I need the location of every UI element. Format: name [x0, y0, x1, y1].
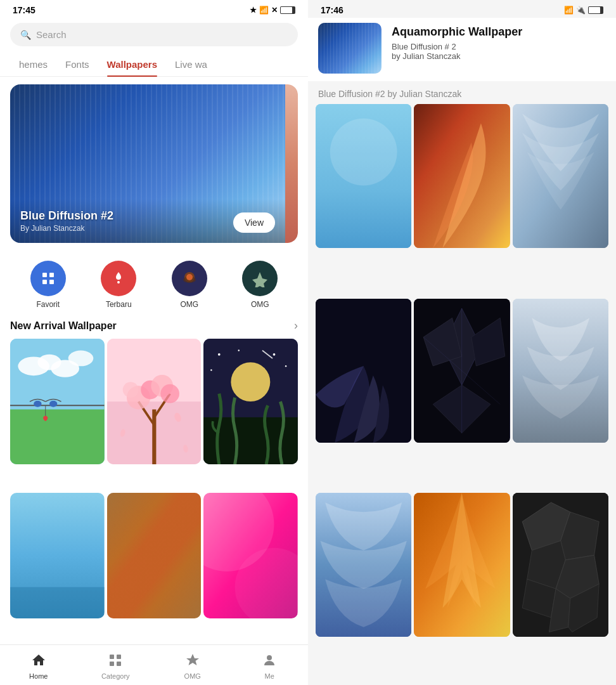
svg-rect-3	[49, 280, 54, 284]
svg-point-32	[231, 362, 271, 401]
time-right: 17:46	[321, 5, 343, 15]
svg-point-6	[186, 274, 193, 280]
svg-point-37	[210, 369, 212, 370]
svg-point-50	[267, 655, 272, 660]
right-panel: 17:46 📶 🔌 Aquamorphic Wallpaper Blue Dif…	[308, 0, 616, 685]
hero-side-preview	[285, 84, 298, 243]
wallpaper-item-1[interactable]	[10, 339, 105, 464]
rg-item-5[interactable]	[414, 299, 510, 443]
tab-live[interactable]: Live wa	[166, 54, 216, 76]
rg-item-7[interactable]	[316, 493, 411, 637]
rg-item-8[interactable]	[414, 493, 510, 637]
terbaru-icon	[101, 261, 136, 296]
svg-point-36	[285, 365, 286, 367]
search-placeholder: Search	[36, 29, 67, 40]
svg-rect-2	[42, 280, 47, 284]
right-wallpaper-grid	[308, 104, 616, 685]
nav-category-label: Category	[101, 672, 130, 680]
omg1-icon	[172, 261, 207, 296]
detail-preview-image	[318, 23, 382, 74]
battery-icon	[280, 6, 295, 14]
right-battery-icon	[588, 6, 603, 14]
detail-info: Aquamorphic Wallpaper Blue Diffusion # 2…	[392, 23, 606, 61]
detail-author: by Julian Stanczak	[392, 51, 606, 61]
new-arrival-header: New Arrival Wallpaper ›	[0, 314, 308, 339]
detail-header: Aquamorphic Wallpaper Blue Diffusion # 2…	[308, 18, 616, 81]
tab-themes[interactable]: hemes	[10, 54, 56, 76]
hero-image: Blue Diffusion #2 By Julian Stanczak Vie…	[10, 84, 285, 243]
status-icons-left: ★ 📶 ✕	[250, 6, 295, 15]
wallpaper-item-4[interactable]	[10, 493, 105, 618]
rg-item-6[interactable]	[513, 299, 608, 443]
wallpaper-grid	[0, 339, 308, 644]
omg2-label: OMG	[251, 300, 269, 309]
svg-point-14	[34, 401, 41, 407]
omg-nav-icon	[185, 653, 200, 670]
favorit-icon	[30, 261, 66, 296]
svg-point-26	[122, 382, 138, 398]
new-arrival-more[interactable]: ›	[294, 319, 298, 332]
svg-rect-48	[110, 662, 114, 666]
time-left: 17:45	[13, 5, 35, 15]
svg-point-34	[238, 349, 240, 351]
svg-rect-0	[42, 273, 47, 277]
detail-subtitle: Blue Diffusion # 2	[392, 42, 606, 51]
nav-home[interactable]: Home	[0, 650, 77, 682]
tab-fonts[interactable]: Fonts	[56, 54, 98, 76]
bottom-nav: Home Category OMG	[0, 644, 308, 685]
omg1-label: OMG	[180, 300, 198, 309]
svg-point-25	[160, 384, 179, 403]
nav-me[interactable]: Me	[231, 650, 309, 682]
bluetooth-icon: ★	[250, 6, 257, 15]
omg2-icon	[242, 261, 278, 296]
category-icon	[108, 653, 123, 670]
status-icons-right: 📶 🔌	[564, 6, 603, 15]
svg-point-52	[330, 119, 397, 186]
category-omg2[interactable]: OMG	[242, 261, 278, 309]
wallpaper-item-5[interactable]	[107, 493, 202, 618]
terbaru-label: Terbaru	[106, 300, 132, 309]
right-signal-icon: 🔌	[576, 6, 586, 15]
me-icon	[262, 653, 277, 670]
category-terbaru[interactable]: Terbaru	[101, 261, 136, 309]
nav-omg[interactable]: OMG	[154, 650, 231, 682]
category-omg1[interactable]: OMG	[172, 261, 207, 309]
rg-item-4[interactable]	[316, 299, 411, 443]
svg-point-12	[68, 351, 94, 367]
svg-point-15	[49, 401, 57, 407]
svg-rect-47	[117, 655, 121, 659]
rg-item-1[interactable]	[316, 104, 411, 248]
svg-rect-46	[110, 655, 114, 659]
tab-wallpapers[interactable]: Wallpapers	[98, 54, 166, 76]
left-panel: 17:45 ★ 📶 ✕ 🔍 Search hemes Fonts Wallpap…	[0, 0, 308, 685]
svg-rect-40	[10, 587, 105, 619]
svg-point-33	[218, 353, 221, 356]
category-row: Favorit Terbaru OMG	[0, 251, 308, 314]
category-favorit[interactable]: Favorit	[30, 261, 66, 309]
wifi-icon: 📶	[259, 6, 269, 15]
nav-omg-label: OMG	[184, 672, 201, 680]
rg-item-9[interactable]	[513, 493, 608, 637]
nav-category[interactable]: Category	[77, 650, 155, 682]
status-bar-right: 17:46 📶 🔌	[308, 0, 616, 18]
status-bar-left: 17:45 ★ 📶 ✕	[0, 0, 308, 18]
hero-wallpaper[interactable]: Blue Diffusion #2 By Julian Stanczak Vie…	[10, 84, 298, 243]
wallpaper-item-2[interactable]	[107, 339, 202, 464]
rg-item-3[interactable]	[513, 104, 608, 248]
search-bar[interactable]: 🔍 Search	[10, 23, 298, 46]
search-icon: 🔍	[20, 30, 31, 40]
section-label: Blue Diffusion #2 by Julian Stanczak	[308, 81, 616, 104]
detail-title: Aquamorphic Wallpaper	[392, 25, 606, 39]
wallpaper-item-3[interactable]	[203, 339, 298, 464]
home-icon	[31, 653, 46, 670]
svg-point-35	[273, 353, 276, 356]
rg-item-2[interactable]	[414, 104, 510, 248]
wallpaper-item-6[interactable]	[203, 493, 298, 618]
new-arrival-title: New Arrival Wallpaper	[10, 320, 117, 332]
favorit-label: Favorit	[36, 300, 60, 309]
nav-home-label: Home	[29, 672, 48, 680]
nav-me-label: Me	[265, 672, 274, 680]
hero-view-button[interactable]: View	[233, 212, 275, 233]
sim-icon: ✕	[271, 6, 278, 15]
right-wifi-icon: 📶	[564, 6, 574, 15]
